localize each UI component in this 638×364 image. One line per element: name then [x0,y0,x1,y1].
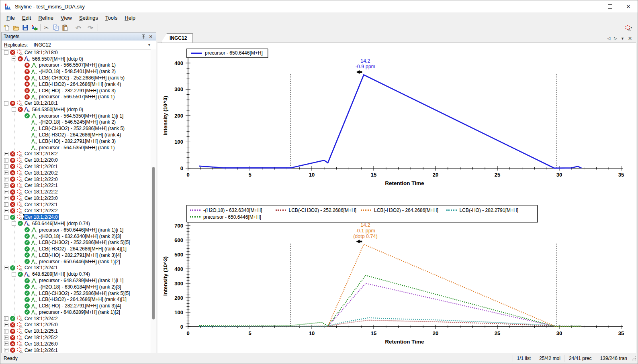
expand-toggle[interactable] [4,190,8,194]
tree-scrollbar[interactable] [151,49,156,353]
tree-item[interactable]: ✓precursor - 650.6446[M+H] (rank 1)[2] [2,258,151,265]
collapse-toggle[interactable] [4,101,8,106]
expand-toggle[interactable] [4,177,8,181]
tree-item[interactable]: ✕Cer 18:1;2/20:1 [2,163,151,170]
expand-toggle[interactable] [4,348,8,352]
tree-item[interactable]: ✓precursor - 648.6289[M+H] (rank 1)[2] [2,309,151,315]
tree-item[interactable]: ✓-(H2O,18) - 630.6184[M+H] (rank 2)[3] [2,284,151,290]
tree-item[interactable]: ✕566.5507[M+H] (dotp 0) [2,56,151,62]
expand-toggle[interactable] [4,342,8,346]
menu-tools[interactable]: Tools [102,13,121,22]
collapse-toggle[interactable] [12,107,16,112]
cut-button[interactable]: ✂ [42,23,51,32]
menu-view[interactable]: View [57,13,76,22]
collapse-toggle[interactable] [12,272,16,277]
open-button[interactable] [11,23,20,32]
tree-item[interactable]: ✕-(H2O,18) - 548.5401[M+H] (rank 2) [2,68,151,75]
tree-scrollbar-thumb[interactable] [152,167,155,319]
paste-button[interactable] [60,23,70,32]
tab-ingc12[interactable]: INGC12 [161,33,193,43]
expand-toggle[interactable] [4,171,8,175]
collapse-toggle[interactable] [12,57,16,61]
replicates-combobox[interactable]: Replicates: INGC12 ▼ [2,41,156,50]
tree-item[interactable]: ✓648.6289[M+H] (dotp 0.74) [2,271,151,277]
expand-toggle[interactable] [4,152,8,156]
tree-item[interactable]: ✕LCB(-CH3O2) - 252.2686[M+H] (rank 5) [2,75,151,81]
transitions-chart-plot[interactable]: 01002003004005006007000510152025303514.2… [157,201,638,354]
tree-item[interactable]: ✓LCB(-HO) - 282.2791[M+H] (rank 3)[4] [2,303,151,309]
tree-item[interactable]: LCB(-H3O2) - 264.2686[M+H] (rank 4) [2,132,151,138]
close-button[interactable]: ✕ [619,0,638,12]
prev-page-icon[interactable]: ◁ [607,37,611,41]
tree-item[interactable]: ✕Cer 18:1;2/22:0 [2,176,151,183]
expand-toggle[interactable] [4,209,8,213]
pane-close-icon[interactable]: ✕ [628,36,632,41]
tree-item[interactable]: ✓LCB(-H3O2) - 264.2686[M+H] (rank 4)[1] [2,296,151,303]
undo-button[interactable]: ↶▾ [72,23,84,32]
tree-item[interactable]: ✓LCB(-CH3O2) - 252.2686[M+H] (rank 5)[5] [2,239,151,246]
menu-settings[interactable]: Settings [76,13,102,22]
tree-item[interactable]: ✕Cer 18:1;2/20:0 [2,157,151,163]
expand-toggle[interactable] [4,329,8,333]
molecule-mode-button[interactable]: ▾ [624,24,632,31]
expand-toggle[interactable] [4,164,8,169]
tree-item[interactable]: precursor - 564.5350[M+H] (rank 1) [2,144,151,151]
save-button[interactable] [20,23,30,32]
transitions-chart[interactable]: 01002003004005006007000510152025303514.2… [157,201,638,354]
precursor-chart[interactable]: 01002003004000510152025303514.2-0.9 ppmR… [157,43,638,199]
collapse-toggle[interactable] [4,215,8,220]
expand-toggle[interactable] [4,202,8,207]
tree-item[interactable]: LCB(-CH3O2) - 252.2686[M+H] (rank 5) [2,125,151,132]
tree-item[interactable]: ✕LCB(-H3O2) - 264.2686[M+H] (rank 4) [2,81,151,87]
targets-close-icon[interactable]: ✕ [149,34,153,39]
tree-item[interactable]: ✕Cer 18:1;2/18:2 [2,151,151,157]
tree-item[interactable]: ✓precursor - 648.6289[M+H] (irank 1)[i 1… [2,277,151,284]
collapse-toggle[interactable] [12,221,16,226]
tree-item[interactable]: ✓Cer 18:1;2/24:2 [2,315,151,322]
tree-item[interactable]: ✓LCB(-HO) - 282.2791[M+H] (rank 3)[4] [2,252,151,258]
share-document-button[interactable] [30,23,39,32]
expand-toggle[interactable] [4,323,8,327]
tree-item[interactable]: ✓LCB(-H3O2) - 264.2686[M+H] (rank 4)[1] [2,246,151,252]
expand-toggle[interactable] [4,158,8,163]
menu-edit[interactable]: Edit [18,13,35,22]
menu-help[interactable]: Help [121,13,139,22]
new-document-button[interactable] [2,23,11,32]
tree-item[interactable]: ✕Cer 18:1;2/25:2 [2,334,151,341]
expand-toggle[interactable] [4,196,8,200]
tree-item[interactable]: ✕Cer 18:1;2/25:0 [2,322,151,328]
tree-item[interactable]: ✕Cer 18:1;2/20:2 [2,170,151,176]
tree-item[interactable]: LCB(-HO) - 282.2791[M+H] (rank 3) [2,138,151,144]
tree-item[interactable]: ✕Cer 18:1;2/26:1 [2,347,151,353]
tree-item[interactable]: ✕precursor - 566.5507[M+H] (irank 1) [2,62,151,69]
expand-toggle[interactable] [4,316,8,321]
tree-item[interactable]: ✕564.5350[M+H] (dotp 0) [2,106,151,113]
chart-area[interactable]: 01002003004000510152025303514.2-0.9 ppmR… [157,43,636,353]
tree-item[interactable]: ✕Cer 18:1;2/26:0 [2,341,151,347]
tree-item[interactable]: ✕Cer 18:1;2/18:1 [2,100,151,106]
tree-item[interactable]: ✓precursor - 564.5350[M+H] (irank 1)[i 1… [2,113,151,119]
tree-item[interactable]: ✕LCB(-HO) - 282.2791[M+H] (rank 3) [2,87,151,94]
menu-refine[interactable]: Refine [35,13,57,22]
collapse-toggle[interactable] [4,266,8,270]
tree-item[interactable]: ✕Cer 18:1;2/18:0 [2,49,151,56]
next-page-icon[interactable]: ▷ [614,37,617,41]
tree-item[interactable]: ✓-(H2O,18) - 632.6340[M+H] (rank 2)[3] [2,233,151,240]
tree-item-selected[interactable]: ✓Cer 18:1;2/24:0 [2,214,151,220]
pin-icon[interactable] [141,34,146,39]
expand-toggle[interactable] [4,336,8,340]
collapse-toggle[interactable] [4,50,8,55]
resize-grip[interactable] [631,356,637,361]
tree-item[interactable]: ✕precursor - 566.5507[M+H] (rank 1) [2,94,151,100]
replicates-dropdown-icon[interactable]: ▼ [147,43,151,47]
tree-item[interactable]: ✕Cer 18:1;2/23:1 [2,201,151,208]
precursor-chart-plot[interactable]: 01002003004000510152025303514.2-0.9 ppmR… [157,43,638,199]
minimize-button[interactable]: – [582,0,601,12]
tree-item[interactable]: ✕Cer 18:1;2/23:2 [2,208,151,214]
tree-item[interactable]: ✓650.6446[M+H] (dotp 0.74) [2,220,151,227]
tree-item[interactable]: ✕Cer 18:1;2/23:0 [2,195,151,201]
redo-button[interactable]: ↷▾ [84,23,96,32]
tree-item[interactable]: ✓LCB(-CH3O2) - 252.2686[M+H] (rank 5)[5] [2,290,151,297]
maximize-button[interactable] [601,0,619,12]
expand-toggle[interactable] [4,183,8,188]
